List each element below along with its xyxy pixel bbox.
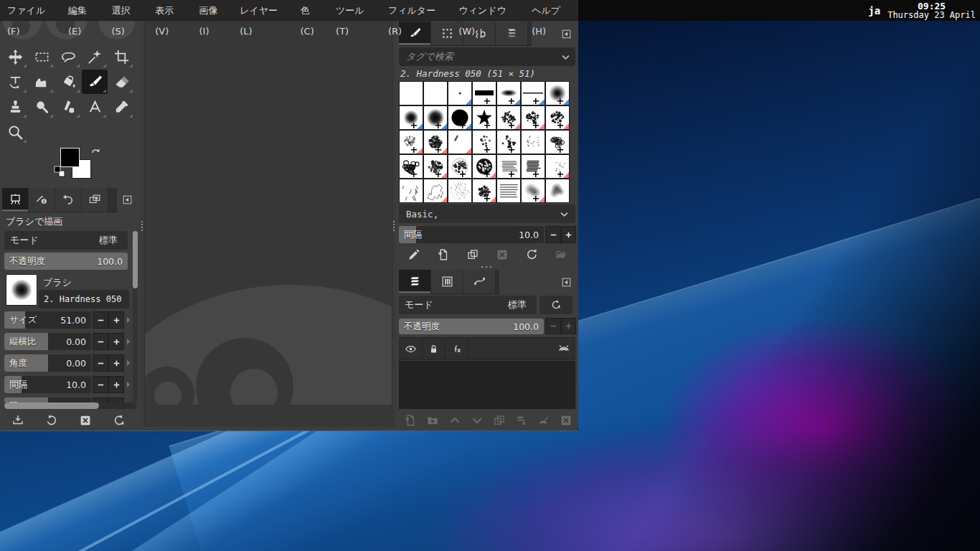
brush-swatch-hatch[interactable] <box>521 154 545 179</box>
spacing-decrease-button[interactable] <box>545 226 561 243</box>
brush-swatch-blank[interactable] <box>399 81 423 105</box>
visibility-header-toggle[interactable] <box>400 338 423 359</box>
brush-name-button[interactable]: 2. Hardness 050 <box>39 290 129 309</box>
brush-swatch-texture-dark[interactable] <box>472 154 496 179</box>
brush-swatch-splat[interactable] <box>496 105 521 130</box>
tag-filter-dropdown[interactable]: Basic, <box>399 204 575 223</box>
tool-crop[interactable] <box>108 44 134 69</box>
tab-channels[interactable] <box>431 270 463 293</box>
tab-images[interactable] <box>82 188 108 212</box>
brush-swatch-splat[interactable] <box>545 105 570 130</box>
vertical-scrollbar[interactable] <box>133 231 138 402</box>
brush-swatch-lines[interactable] <box>496 179 521 203</box>
menu-item[interactable]: 選択(S) <box>105 0 149 20</box>
tool-zoom[interactable] <box>2 120 28 144</box>
brush-swatch-splat[interactable] <box>521 105 545 130</box>
increase-button[interactable] <box>108 333 124 350</box>
duplicate-brush-button[interactable] <box>462 246 484 263</box>
menu-item[interactable]: 編集(E) <box>61 0 105 20</box>
slider-menu-arrow-icon[interactable] <box>127 382 130 387</box>
tab-paths[interactable] <box>463 270 496 293</box>
brush-swatch-soft-ellipse[interactable] <box>496 81 521 105</box>
tab-tool-options[interactable] <box>2 188 29 212</box>
tool-text[interactable] <box>82 95 108 119</box>
brush-swatch-dot[interactable] <box>448 81 472 105</box>
tool-rectangle-select[interactable] <box>29 44 55 69</box>
slider-menu-arrow-icon[interactable] <box>127 360 130 366</box>
menu-item[interactable]: ヘルプ(H) <box>524 0 578 20</box>
clock[interactable]: 09:25 Thursday 23 April <box>887 1 976 20</box>
layer-list-empty[interactable] <box>399 361 575 409</box>
brush-swatch-smoke[interactable] <box>521 179 545 203</box>
new-brush-button[interactable] <box>433 246 454 263</box>
paint-mode-dropdown[interactable]: モード 標準 <box>4 231 128 250</box>
menu-item[interactable]: 色(C) <box>293 0 329 20</box>
brush-swatch-charcoal[interactable] <box>423 130 448 154</box>
layer-mode-dropdown[interactable]: モード 標準 <box>399 296 537 314</box>
slider-size[interactable]: サイズ51.00 <box>4 311 91 329</box>
tool-paintbrush[interactable] <box>82 70 108 94</box>
delete-preset-button[interactable] <box>75 412 96 429</box>
slider-menu-arrow-icon[interactable] <box>127 317 130 323</box>
brush-swatch-texture-round[interactable] <box>448 154 472 179</box>
tool-free-select[interactable] <box>55 44 81 69</box>
save-preset-button[interactable] <box>7 412 29 429</box>
foreground-color-swatch[interactable] <box>60 148 80 167</box>
brush-swatch-circle[interactable] <box>448 105 472 130</box>
menu-item[interactable]: レイヤー(L) <box>232 0 293 20</box>
tag-search-input[interactable]: タグで検索 <box>399 47 575 66</box>
brush-swatch-chalk[interactable] <box>399 130 423 154</box>
tool-color-picker[interactable] <box>108 95 134 119</box>
restore-preset-button[interactable] <box>41 412 62 429</box>
tool-eraser[interactable] <box>108 70 134 94</box>
opacity-slider[interactable]: 不透明度 100.0 <box>4 253 128 270</box>
brush-swatch-stroke[interactable] <box>448 130 472 154</box>
brush-swatch-blank[interactable] <box>423 81 448 105</box>
lock-header-toggle[interactable] <box>423 338 446 359</box>
brush-swatch-sparse[interactable] <box>545 154 570 179</box>
decrease-button[interactable] <box>93 354 108 372</box>
edit-brush-button[interactable] <box>403 246 425 263</box>
tool-smudge[interactable] <box>29 95 55 119</box>
increase-button[interactable] <box>108 376 124 393</box>
dock-resize-handle[interactable] <box>481 265 494 268</box>
increase-button[interactable] <box>108 354 124 372</box>
tool-transform[interactable] <box>2 70 28 94</box>
horizontal-scrollbar[interactable] <box>4 402 136 409</box>
brush-swatch-bar[interactable] <box>472 81 496 105</box>
effects-header-toggle[interactable] <box>446 338 468 359</box>
slider-aspect-ratio[interactable]: 縦横比0.00 <box>4 333 91 350</box>
tab-layers[interactable] <box>399 270 431 293</box>
tab-device-status[interactable] <box>29 188 55 212</box>
spacing-increase-button[interactable] <box>561 226 576 243</box>
decrease-button[interactable] <box>93 397 108 402</box>
tab-menu-button[interactable] <box>119 192 135 207</box>
menu-item[interactable]: ファイル(F) <box>0 0 61 20</box>
increase-button[interactable] <box>108 397 124 402</box>
brush-swatch-scratch[interactable] <box>496 154 521 179</box>
brush-thumbnail[interactable] <box>6 274 37 306</box>
menu-item[interactable]: 画像(I) <box>192 0 233 20</box>
tool-move[interactable] <box>2 44 28 69</box>
decrease-button[interactable] <box>93 311 108 329</box>
brush-swatch-soft3[interactable] <box>423 105 448 130</box>
tab-menu-button[interactable] <box>558 275 574 289</box>
layer-opacity-increase-button[interactable] <box>561 318 576 334</box>
brush-swatch-grass[interactable] <box>399 179 423 203</box>
reset-tool-button[interactable] <box>108 412 130 429</box>
tab-brushes[interactable] <box>399 22 431 45</box>
menu-item[interactable]: ツール(T) <box>329 0 381 20</box>
menu-item[interactable]: フィルター(R) <box>381 0 451 20</box>
decrease-button[interactable] <box>93 376 108 393</box>
increase-button[interactable] <box>108 311 124 329</box>
brush-swatch-noise[interactable] <box>448 179 472 203</box>
brush-swatch-dots-fine[interactable] <box>521 130 545 154</box>
swap-colors-icon[interactable] <box>90 146 102 157</box>
slider-angle[interactable]: 角度0.00 <box>4 354 91 372</box>
brush-swatch-blot[interactable] <box>472 179 496 203</box>
scrollbar-thumb[interactable] <box>133 231 138 288</box>
canvas-area[interactable] <box>144 21 392 427</box>
tool-clone[interactable] <box>2 95 28 119</box>
scrollbar-thumb[interactable] <box>4 402 99 409</box>
brush-swatch-soft[interactable] <box>545 81 570 105</box>
